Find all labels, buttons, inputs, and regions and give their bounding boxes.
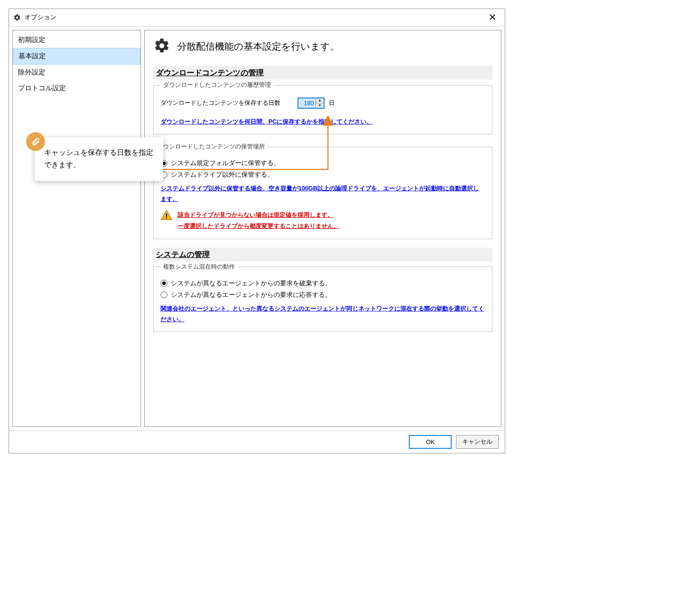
days-spinner[interactable]: ▲ ▼ <box>298 98 325 109</box>
radio-discard[interactable] <box>161 280 167 287</box>
gear-icon <box>13 14 21 21</box>
callout-text: キャッシュを保存する日数を指定できます。 <box>44 147 154 172</box>
sidebar: 初期設定 基本設定 除外設定 プロトコル設定 <box>12 30 141 427</box>
svg-rect-0 <box>166 213 167 216</box>
window-title: オプション <box>24 13 57 21</box>
sidebar-item-protocol[interactable]: プロトコル設定 <box>13 80 140 96</box>
storage-legend: ウンロードしたコンテンツの保管場所 <box>161 143 268 151</box>
svg-rect-1 <box>166 217 167 218</box>
storage-group: ウンロードしたコンテンツの保管場所 システム規定フォルダーに保管する。 システム… <box>153 143 492 239</box>
close-icon[interactable]: ✕ <box>484 12 500 23</box>
sidebar-item-exclude[interactable]: 除外設定 <box>13 65 140 80</box>
sidebar-item-basic[interactable]: 基本設定 <box>13 48 140 65</box>
storage-help-link[interactable]: システムドライブ以外に保管する場合、空き容量が100GB以上の論理ドライブを、エ… <box>161 185 479 202</box>
titlebar: オプション ✕ <box>9 9 505 26</box>
section-download-heading: ダウンロードコンテンツの管理 <box>153 66 492 80</box>
history-legend: ダウンロードしたコンテンツの履歴管理 <box>161 81 274 89</box>
history-group: ダウンロードしたコンテンツの履歴管理 ダウンロードしたコンテンツを保存する日数 … <box>153 81 492 134</box>
spinner-down-icon[interactable]: ▼ <box>316 104 324 108</box>
storage-warning: 該当ドライブが見つからない場合は規定値を採用します。 一度選択したドライブから都… <box>178 209 340 232</box>
radio-system-folder-label: システム規定フォルダーに保管する。 <box>171 159 280 167</box>
radio-discard-label: システムが異なるエージェントからの要求を破棄する。 <box>171 279 331 287</box>
multisystem-legend: 複数システム混在時の動作 <box>161 263 238 271</box>
attachment-icon <box>26 132 45 151</box>
sidebar-item-initial[interactable]: 初期設定 <box>13 32 140 48</box>
days-help-link[interactable]: ダウンロードしたコンテンツを何日間、PCに保存するかを指定してください。 <box>161 118 372 125</box>
tooltip-callout: キャッシュを保存する日数を指定できます。 <box>35 137 163 181</box>
page-title: 分散配信機能の基本設定を行います。 <box>177 40 340 53</box>
warning-icon <box>161 209 173 222</box>
section-system-heading: システムの管理 <box>153 248 492 261</box>
radio-respond-label: システムが異なるエージェントからの要求に応答する。 <box>171 291 331 299</box>
radio-other-drive-label: システムドライブ以外に保管する。 <box>171 171 274 179</box>
days-unit: 日 <box>329 99 335 107</box>
options-dialog: オプション ✕ 初期設定 基本設定 除外設定 プロトコル設定 分散配信機能の基本… <box>9 9 505 453</box>
multisystem-group: 複数システム混在時の動作 システムが異なるエージェントからの要求を破棄する。 シ… <box>153 263 492 332</box>
spinner-up-icon[interactable]: ▲ <box>316 98 324 104</box>
cancel-button[interactable]: キャンセル <box>456 435 499 449</box>
ok-button[interactable]: OK <box>409 435 452 449</box>
days-input[interactable] <box>298 98 316 108</box>
main-panel: 分散配信機能の基本設定を行います。 ダウンロードコンテンツの管理 ダウンロードし… <box>144 30 501 427</box>
gear-icon <box>153 37 170 56</box>
radio-respond[interactable] <box>161 291 167 298</box>
multisystem-help-link[interactable]: 関連会社のエージェント、といった異なるシステムのエージェントが同じネットワークに… <box>161 305 484 323</box>
dialog-footer: OK キャンセル <box>9 430 505 453</box>
days-label: ダウンロードしたコンテンツを保存する日数 <box>161 99 280 107</box>
